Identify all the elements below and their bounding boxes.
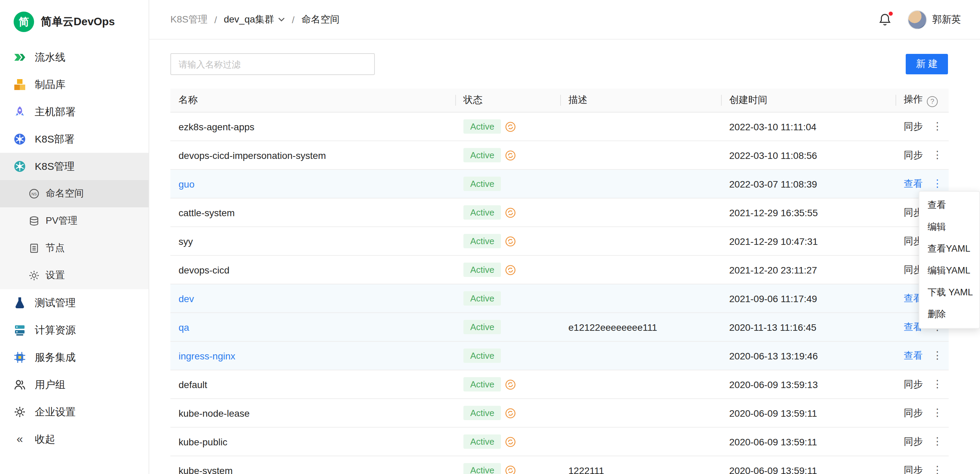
- sidebar-subitem-nodes[interactable]: 节点: [0, 235, 149, 262]
- compute-icon: [14, 324, 26, 336]
- toolbar: 新 建: [170, 53, 948, 75]
- namespace-created: 2022-03-10 11:11:04: [729, 121, 816, 132]
- enterprise-gear-icon: [14, 406, 26, 418]
- k8s-deploy-icon: [14, 133, 26, 145]
- row-action-sync[interactable]: 同步: [904, 464, 923, 474]
- more-actions-icon[interactable]: ⋮: [932, 349, 942, 361]
- table-row: guo Active 2022-03-07 11:08:39 查看⋮: [170, 169, 949, 198]
- sidebar-item-pipeline[interactable]: 流水线: [0, 44, 149, 71]
- status-badge: Active: [463, 348, 501, 363]
- namespace-created: 2021-12-29 16:35:55: [729, 207, 818, 218]
- sync-source-icon: [505, 264, 516, 275]
- more-actions-icon[interactable]: ⋮: [932, 378, 942, 390]
- namespace-name-link[interactable]: qa: [178, 322, 189, 332]
- row-action-sync[interactable]: 同步: [904, 121, 923, 132]
- sidebar-nav: 流水线 制品库 主机部署 K8S部署: [0, 44, 149, 474]
- row-action-sync[interactable]: 同步: [904, 436, 923, 447]
- menu-item-view[interactable]: 查看: [920, 195, 979, 216]
- menu-item-download-yaml[interactable]: 下载 YAML: [920, 282, 979, 303]
- sidebar-item-label: 制品库: [35, 78, 65, 91]
- avatar[interactable]: [908, 10, 927, 29]
- sidebar-item-k8s-deploy[interactable]: K8S部署: [0, 126, 149, 153]
- row-action-view[interactable]: 查看: [904, 178, 923, 189]
- sidebar-item-user-groups[interactable]: 用户组: [0, 371, 149, 398]
- more-actions-icon[interactable]: ⋮: [932, 120, 942, 132]
- table-header-row: 名称 状态 描述 创建时间 操作?: [170, 89, 949, 112]
- svg-text:NS: NS: [31, 192, 37, 196]
- more-actions-icon[interactable]: ⋮: [932, 464, 942, 474]
- sidebar-item-label: 服务集成: [35, 351, 76, 364]
- sidebar-item-artifacts[interactable]: 制品库: [0, 71, 149, 98]
- test-manage-icon: [14, 297, 26, 309]
- sidebar-subitem-pv[interactable]: PV管理: [0, 207, 149, 235]
- notification-bell-icon[interactable]: [878, 12, 893, 27]
- sidebar-item-label: K8S部署: [35, 132, 75, 145]
- brand-name: 简单云DevOps: [41, 15, 115, 29]
- search-input[interactable]: [170, 53, 375, 75]
- table-row: qa Active e12122eeeeeeee111 2020-11-13 1…: [170, 313, 949, 342]
- gear-icon: [29, 270, 40, 281]
- table-row: kube-node-lease Active 2020-06-09 13:59:…: [170, 399, 949, 427]
- cluster-selector[interactable]: dev_qa集群: [224, 13, 285, 26]
- sidebar-item-compute[interactable]: 计算资源: [0, 316, 149, 344]
- sidebar-item-k8s-manage[interactable]: K8S管理: [0, 153, 149, 180]
- namespace-name: kube-system: [178, 465, 233, 474]
- sidebar-item-enterprise-settings[interactable]: 企业设置: [0, 398, 149, 426]
- namespace-name: default: [178, 379, 207, 390]
- sync-source-icon: [505, 236, 516, 247]
- more-actions-icon[interactable]: ⋮: [932, 149, 942, 161]
- more-actions-icon[interactable]: ⋮: [932, 177, 942, 190]
- namespace-created: 2021-12-29 10:47:31: [729, 236, 818, 247]
- status-badge: Active: [463, 148, 501, 162]
- column-header-name: 名称: [170, 89, 455, 112]
- sidebar-item-label: K8S管理: [35, 160, 75, 173]
- sidebar-item-service-integration[interactable]: 服务集成: [0, 344, 149, 371]
- content: 新 建 名称 状态 描述 创建时间 操作? ezk8s-agent-apps: [149, 40, 980, 474]
- status-badge: Active: [463, 234, 501, 248]
- namespace-created: 2022-03-10 11:08:56: [729, 150, 817, 161]
- namespace-name-link[interactable]: guo: [178, 178, 194, 189]
- sidebar-item-label: 收起: [35, 433, 55, 446]
- help-icon[interactable]: ?: [927, 96, 938, 107]
- status-badge: Active: [463, 434, 501, 449]
- menu-item-view-yaml[interactable]: 查看YAML: [920, 238, 979, 260]
- create-button[interactable]: 新 建: [906, 54, 948, 74]
- sidebar-subitem-namespace[interactable]: NS 命名空间: [0, 180, 149, 207]
- sidebar-subitem-label: 节点: [46, 242, 65, 254]
- menu-item-delete[interactable]: 删除: [920, 303, 979, 325]
- sidebar-subitem-label: PV管理: [46, 215, 77, 227]
- status-badge: Active: [463, 263, 501, 277]
- topbar: K8S管理 / dev_qa集群 / 命名空间 郭新英: [149, 0, 980, 40]
- row-action-sync[interactable]: 同步: [904, 407, 923, 418]
- row-action-sync[interactable]: 同步: [904, 149, 923, 160]
- namespace-created: 2020-06-09 13:59:11: [729, 407, 817, 418]
- row-action-view[interactable]: 查看: [904, 350, 923, 361]
- topbar-right: 郭新英: [878, 10, 961, 29]
- table-row: default Active 2020-06-09 13:59:13 同步⋮: [170, 370, 949, 399]
- sidebar-subitem-settings[interactable]: 设置: [0, 262, 149, 289]
- status-badge: Active: [463, 377, 501, 391]
- namespace-name-link[interactable]: ingress-nginx: [178, 350, 235, 361]
- breadcrumb-section[interactable]: K8S管理: [170, 13, 207, 26]
- host-deploy-icon: [14, 106, 26, 118]
- sidebar-collapse-button[interactable]: « 收起: [0, 426, 149, 453]
- column-header-actions-label: 操作: [904, 94, 923, 105]
- menu-item-edit-yaml[interactable]: 编辑YAML: [920, 260, 979, 282]
- more-actions-icon[interactable]: ⋮: [932, 435, 942, 447]
- namespace-created: 2022-03-07 11:08:39: [729, 178, 817, 189]
- menu-item-edit[interactable]: 编辑: [920, 216, 979, 238]
- sync-source-icon: [505, 207, 516, 218]
- namespace-name: syy: [178, 236, 193, 247]
- sidebar-item-label: 主机部署: [35, 105, 76, 118]
- namespace-desc: e12122eeeeeeee111: [568, 322, 657, 332]
- namespace-name-link[interactable]: dev: [178, 293, 194, 304]
- row-action-sync[interactable]: 同步: [904, 378, 923, 389]
- pv-icon: [29, 215, 40, 227]
- user-name[interactable]: 郭新英: [932, 13, 961, 26]
- sidebar-item-test-manage[interactable]: 测试管理: [0, 289, 149, 316]
- status-badge: Active: [463, 205, 501, 220]
- brand-logo-icon: 简: [14, 11, 34, 32]
- sidebar-item-host-deploy[interactable]: 主机部署: [0, 98, 149, 126]
- more-actions-icon[interactable]: ⋮: [932, 407, 942, 419]
- breadcrumb-page: 命名空间: [301, 13, 339, 26]
